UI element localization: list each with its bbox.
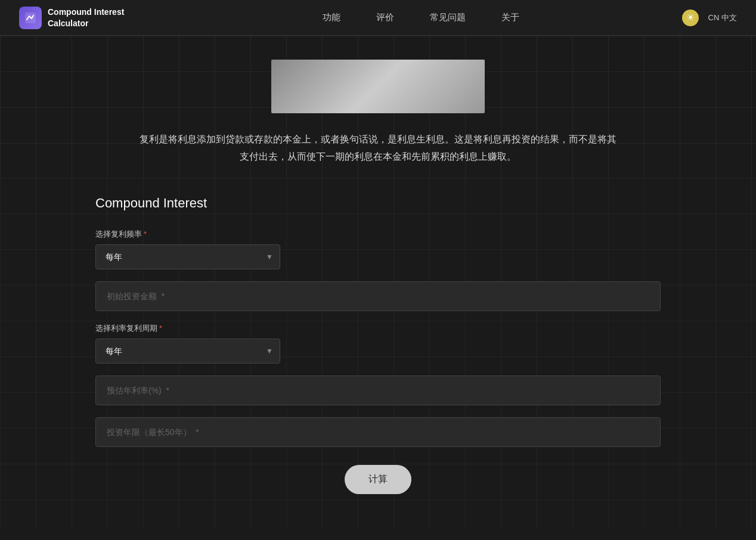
app-logo-icon: [19, 7, 42, 29]
rate-period-select[interactable]: 每年 每半年 每季度 每月 每周 每日: [95, 339, 280, 364]
section-title: Compound Interest: [95, 195, 661, 211]
rate-period-required: *: [159, 324, 162, 333]
frequency-select-wrapper: 每年 每半年 每季度 每月 每周 每日 ▼: [95, 244, 280, 269]
calculator-section: Compound Interest 选择复利频率* 每年 每半年 每季度 每月 …: [0, 178, 756, 530]
logo-area: Compound Interest Calculator: [19, 7, 124, 29]
nav-links: 功能 评价 常见问题 关于: [160, 12, 681, 23]
hero-image: [271, 60, 485, 113]
years-group: [95, 417, 661, 447]
nav-right: ☀ CN 中文: [682, 10, 737, 26]
annual-rate-group: [95, 375, 661, 405]
annual-rate-input[interactable]: [95, 375, 661, 405]
frequency-group: 选择复利频率* 每年 每半年 每季度 每月 每周 每日 ▼: [95, 229, 661, 269]
frequency-label: 选择复利频率*: [95, 229, 661, 240]
nav-reviews[interactable]: 评价: [376, 12, 394, 23]
hero-section: 复利是将利息添加到贷款或存款的本金上，或者换句话说，是利息生利息。这是将利息再投…: [0, 36, 756, 178]
nav-features[interactable]: 功能: [323, 12, 340, 23]
rate-period-select-wrapper: 每年 每半年 每季度 每月 每周 每日 ▼: [95, 339, 280, 364]
calculate-button[interactable]: 计算: [345, 465, 411, 494]
theme-toggle-button[interactable]: ☀: [682, 10, 699, 26]
language-button[interactable]: CN 中文: [708, 13, 737, 23]
app-title: Compound Interest Calculator: [48, 7, 124, 28]
initial-investment-input[interactable]: [95, 281, 661, 311]
navbar: Compound Interest Calculator 功能 评价 常见问题 …: [0, 0, 756, 36]
initial-investment-group: [95, 281, 661, 311]
nav-faq[interactable]: 常见问题: [430, 12, 466, 23]
years-input[interactable]: [95, 417, 661, 447]
hero-description: 复利是将利息添加到贷款或存款的本金上，或者换句话说，是利息生利息。这是将利息再投…: [122, 131, 634, 166]
rate-period-label: 选择利率复利周期*: [95, 323, 661, 334]
frequency-required: *: [144, 229, 147, 238]
rate-period-group: 选择利率复利周期* 每年 每半年 每季度 每月 每周 每日 ▼: [95, 323, 661, 364]
calculate-btn-wrapper: 计算: [95, 465, 661, 494]
nav-about[interactable]: 关于: [501, 12, 519, 23]
frequency-select[interactable]: 每年 每半年 每季度 每月 每周 每日: [95, 244, 280, 269]
